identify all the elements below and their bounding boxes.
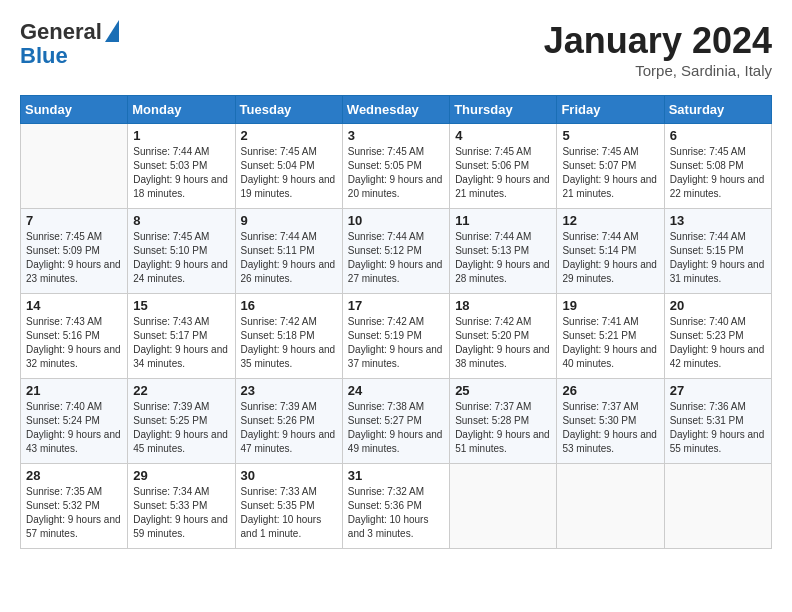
month-title: January 2024 [544, 20, 772, 62]
day-number: 25 [455, 383, 551, 398]
day-number: 26 [562, 383, 658, 398]
day-number: 13 [670, 213, 766, 228]
day-number: 5 [562, 128, 658, 143]
day-info: Sunrise: 7:42 AMSunset: 5:19 PMDaylight:… [348, 315, 444, 371]
day-info: Sunrise: 7:44 AMSunset: 5:13 PMDaylight:… [455, 230, 551, 286]
day-number: 20 [670, 298, 766, 313]
day-number: 21 [26, 383, 122, 398]
day-number: 1 [133, 128, 229, 143]
weekday-header-saturday: Saturday [664, 96, 771, 124]
day-number: 30 [241, 468, 337, 483]
calendar-cell: 19Sunrise: 7:41 AMSunset: 5:21 PMDayligh… [557, 294, 664, 379]
day-info: Sunrise: 7:43 AMSunset: 5:16 PMDaylight:… [26, 315, 122, 371]
day-info: Sunrise: 7:44 AMSunset: 5:15 PMDaylight:… [670, 230, 766, 286]
day-number: 16 [241, 298, 337, 313]
calendar-cell [21, 124, 128, 209]
calendar-cell: 16Sunrise: 7:42 AMSunset: 5:18 PMDayligh… [235, 294, 342, 379]
logo-text: General [20, 20, 102, 44]
day-info: Sunrise: 7:40 AMSunset: 5:23 PMDaylight:… [670, 315, 766, 371]
calendar-cell: 17Sunrise: 7:42 AMSunset: 5:19 PMDayligh… [342, 294, 449, 379]
day-info: Sunrise: 7:45 AMSunset: 5:05 PMDaylight:… [348, 145, 444, 201]
weekday-header-wednesday: Wednesday [342, 96, 449, 124]
day-info: Sunrise: 7:43 AMSunset: 5:17 PMDaylight:… [133, 315, 229, 371]
day-info: Sunrise: 7:39 AMSunset: 5:25 PMDaylight:… [133, 400, 229, 456]
calendar-cell: 20Sunrise: 7:40 AMSunset: 5:23 PMDayligh… [664, 294, 771, 379]
day-number: 18 [455, 298, 551, 313]
weekday-header-thursday: Thursday [450, 96, 557, 124]
day-info: Sunrise: 7:42 AMSunset: 5:18 PMDaylight:… [241, 315, 337, 371]
weekday-header-tuesday: Tuesday [235, 96, 342, 124]
day-number: 28 [26, 468, 122, 483]
day-number: 2 [241, 128, 337, 143]
day-number: 27 [670, 383, 766, 398]
logo-triangle-icon [105, 20, 119, 42]
calendar-cell: 27Sunrise: 7:36 AMSunset: 5:31 PMDayligh… [664, 379, 771, 464]
day-number: 23 [241, 383, 337, 398]
weekday-header-monday: Monday [128, 96, 235, 124]
calendar-cell: 11Sunrise: 7:44 AMSunset: 5:13 PMDayligh… [450, 209, 557, 294]
calendar-cell: 29Sunrise: 7:34 AMSunset: 5:33 PMDayligh… [128, 464, 235, 549]
day-number: 22 [133, 383, 229, 398]
day-info: Sunrise: 7:38 AMSunset: 5:27 PMDaylight:… [348, 400, 444, 456]
calendar-cell: 6Sunrise: 7:45 AMSunset: 5:08 PMDaylight… [664, 124, 771, 209]
day-number: 24 [348, 383, 444, 398]
location-subtitle: Torpe, Sardinia, Italy [544, 62, 772, 79]
day-info: Sunrise: 7:36 AMSunset: 5:31 PMDaylight:… [670, 400, 766, 456]
calendar-cell: 5Sunrise: 7:45 AMSunset: 5:07 PMDaylight… [557, 124, 664, 209]
day-info: Sunrise: 7:44 AMSunset: 5:12 PMDaylight:… [348, 230, 444, 286]
day-info: Sunrise: 7:35 AMSunset: 5:32 PMDaylight:… [26, 485, 122, 541]
calendar-cell: 1Sunrise: 7:44 AMSunset: 5:03 PMDaylight… [128, 124, 235, 209]
calendar-cell [450, 464, 557, 549]
day-info: Sunrise: 7:40 AMSunset: 5:24 PMDaylight:… [26, 400, 122, 456]
calendar-cell [664, 464, 771, 549]
day-info: Sunrise: 7:44 AMSunset: 5:11 PMDaylight:… [241, 230, 337, 286]
calendar-cell [557, 464, 664, 549]
day-info: Sunrise: 7:32 AMSunset: 5:36 PMDaylight:… [348, 485, 444, 541]
title-block: January 2024 Torpe, Sardinia, Italy [544, 20, 772, 79]
day-info: Sunrise: 7:42 AMSunset: 5:20 PMDaylight:… [455, 315, 551, 371]
week-row-3: 14Sunrise: 7:43 AMSunset: 5:16 PMDayligh… [21, 294, 772, 379]
calendar-cell: 14Sunrise: 7:43 AMSunset: 5:16 PMDayligh… [21, 294, 128, 379]
calendar-cell: 7Sunrise: 7:45 AMSunset: 5:09 PMDaylight… [21, 209, 128, 294]
day-number: 11 [455, 213, 551, 228]
day-info: Sunrise: 7:33 AMSunset: 5:35 PMDaylight:… [241, 485, 337, 541]
week-row-2: 7Sunrise: 7:45 AMSunset: 5:09 PMDaylight… [21, 209, 772, 294]
day-number: 7 [26, 213, 122, 228]
logo-blue-text: Blue [20, 43, 68, 68]
calendar-cell: 18Sunrise: 7:42 AMSunset: 5:20 PMDayligh… [450, 294, 557, 379]
day-number: 12 [562, 213, 658, 228]
day-number: 4 [455, 128, 551, 143]
day-number: 3 [348, 128, 444, 143]
day-info: Sunrise: 7:37 AMSunset: 5:28 PMDaylight:… [455, 400, 551, 456]
page-header: General Blue January 2024 Torpe, Sardini… [20, 20, 772, 79]
day-info: Sunrise: 7:44 AMSunset: 5:03 PMDaylight:… [133, 145, 229, 201]
day-info: Sunrise: 7:45 AMSunset: 5:04 PMDaylight:… [241, 145, 337, 201]
calendar-cell: 25Sunrise: 7:37 AMSunset: 5:28 PMDayligh… [450, 379, 557, 464]
calendar-cell: 3Sunrise: 7:45 AMSunset: 5:05 PMDaylight… [342, 124, 449, 209]
calendar-cell: 8Sunrise: 7:45 AMSunset: 5:10 PMDaylight… [128, 209, 235, 294]
calendar-cell: 2Sunrise: 7:45 AMSunset: 5:04 PMDaylight… [235, 124, 342, 209]
day-info: Sunrise: 7:45 AMSunset: 5:07 PMDaylight:… [562, 145, 658, 201]
calendar-cell: 31Sunrise: 7:32 AMSunset: 5:36 PMDayligh… [342, 464, 449, 549]
day-info: Sunrise: 7:34 AMSunset: 5:33 PMDaylight:… [133, 485, 229, 541]
day-info: Sunrise: 7:41 AMSunset: 5:21 PMDaylight:… [562, 315, 658, 371]
calendar-cell: 21Sunrise: 7:40 AMSunset: 5:24 PMDayligh… [21, 379, 128, 464]
calendar-cell: 13Sunrise: 7:44 AMSunset: 5:15 PMDayligh… [664, 209, 771, 294]
calendar-cell: 10Sunrise: 7:44 AMSunset: 5:12 PMDayligh… [342, 209, 449, 294]
calendar-cell: 23Sunrise: 7:39 AMSunset: 5:26 PMDayligh… [235, 379, 342, 464]
calendar-cell: 22Sunrise: 7:39 AMSunset: 5:25 PMDayligh… [128, 379, 235, 464]
day-number: 19 [562, 298, 658, 313]
calendar-cell: 30Sunrise: 7:33 AMSunset: 5:35 PMDayligh… [235, 464, 342, 549]
weekday-header-row: SundayMondayTuesdayWednesdayThursdayFrid… [21, 96, 772, 124]
day-number: 29 [133, 468, 229, 483]
day-number: 15 [133, 298, 229, 313]
calendar-cell: 26Sunrise: 7:37 AMSunset: 5:30 PMDayligh… [557, 379, 664, 464]
calendar-cell: 15Sunrise: 7:43 AMSunset: 5:17 PMDayligh… [128, 294, 235, 379]
day-info: Sunrise: 7:45 AMSunset: 5:08 PMDaylight:… [670, 145, 766, 201]
day-number: 14 [26, 298, 122, 313]
week-row-5: 28Sunrise: 7:35 AMSunset: 5:32 PMDayligh… [21, 464, 772, 549]
calendar-cell: 12Sunrise: 7:44 AMSunset: 5:14 PMDayligh… [557, 209, 664, 294]
day-number: 17 [348, 298, 444, 313]
day-info: Sunrise: 7:39 AMSunset: 5:26 PMDaylight:… [241, 400, 337, 456]
day-number: 31 [348, 468, 444, 483]
